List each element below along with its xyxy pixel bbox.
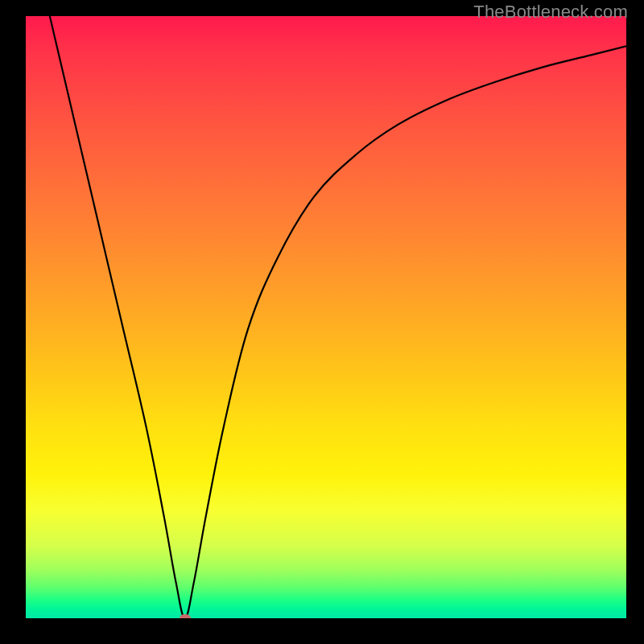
bottleneck-curve bbox=[50, 16, 626, 618]
minimum-marker bbox=[180, 614, 191, 618]
plot-area bbox=[26, 16, 626, 618]
watermark-label: TheBottleneck.com bbox=[473, 2, 628, 23]
chart-frame: TheBottleneck.com bbox=[0, 0, 644, 644]
curve-svg bbox=[26, 16, 626, 618]
